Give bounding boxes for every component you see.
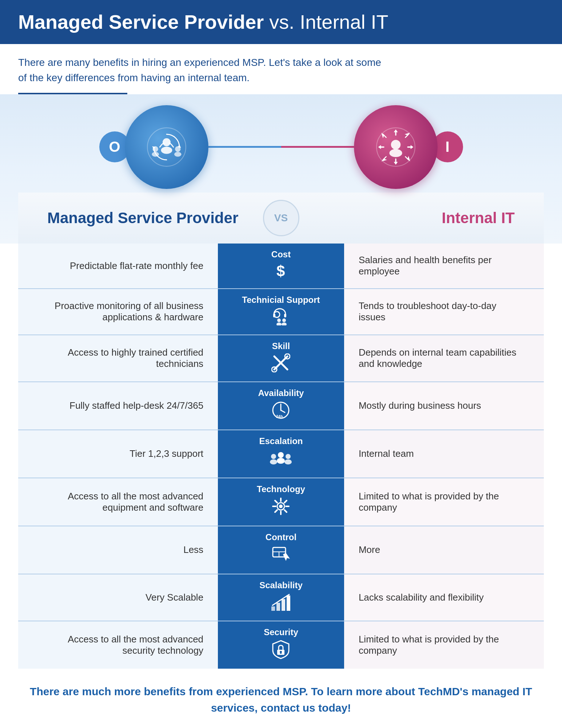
svg-point-43 bbox=[279, 505, 283, 508]
msp-cell: Access to highly trained certified techn… bbox=[18, 335, 218, 382]
internal-cell: Lacks scalability and flexibility bbox=[344, 574, 544, 621]
subtitle: There are many benefits in hiring an exp… bbox=[0, 44, 400, 89]
svg-point-39 bbox=[277, 458, 285, 464]
category-cell: Technicial Support bbox=[218, 289, 344, 335]
svg-rect-55 bbox=[271, 606, 275, 611]
svg-marker-18 bbox=[404, 132, 410, 135]
svg-rect-22 bbox=[273, 314, 275, 317]
svg-point-38 bbox=[278, 452, 284, 458]
table-row: Very Scalable Scalability bbox=[18, 574, 544, 621]
svg-marker-19 bbox=[381, 159, 387, 162]
category-cell: Scalability bbox=[218, 574, 344, 621]
table-row: Predictable flat-rate monthly fee Cost $… bbox=[18, 244, 544, 289]
svg-line-51 bbox=[275, 510, 277, 512]
svg-rect-57 bbox=[282, 599, 285, 611]
svg-rect-62 bbox=[280, 652, 282, 654]
connector-pink bbox=[281, 146, 354, 148]
category-cell: Security bbox=[218, 621, 344, 669]
msp-cell: Very Scalable bbox=[18, 574, 218, 621]
internal-cell: Limited to what is provided by the compa… bbox=[344, 478, 544, 526]
svg-point-27 bbox=[282, 323, 287, 325]
msp-cell: Predictable flat-rate monthly fee bbox=[18, 244, 218, 289]
internal-cell: Depends on internal team capabilities an… bbox=[344, 335, 544, 382]
svg-point-36 bbox=[271, 454, 276, 459]
table-row: Access to all the most advanced security… bbox=[18, 621, 544, 669]
msp-label: Managed Service Provider bbox=[47, 209, 263, 227]
table-row: Less Control bbox=[18, 526, 544, 574]
comparison-table-wrapper: Predictable flat-rate monthly fee Cost $… bbox=[0, 244, 562, 669]
internal-label: Internal IT bbox=[299, 209, 515, 227]
svg-point-1 bbox=[163, 138, 171, 146]
svg-point-41 bbox=[284, 459, 292, 464]
category-cell: Skill bbox=[218, 335, 344, 382]
svg-point-6 bbox=[174, 152, 181, 157]
comparison-table: Predictable flat-rate monthly fee Cost $… bbox=[18, 244, 544, 669]
msp-cell: Tier 1,2,3 support bbox=[18, 430, 218, 478]
svg-line-49 bbox=[284, 510, 287, 512]
table-row: Proactive monitoring of all business app… bbox=[18, 289, 544, 335]
svg-rect-58 bbox=[287, 596, 290, 611]
table-row: Access to all the most advanced equipmen… bbox=[18, 478, 544, 526]
svg-point-26 bbox=[282, 318, 286, 322]
svg-text:$: $ bbox=[276, 262, 285, 279]
internal-cell: Tends to troubleshoot day-to-day issues bbox=[344, 289, 544, 335]
msp-icon-group: O bbox=[99, 105, 208, 189]
svg-marker-14 bbox=[378, 145, 381, 149]
internal-cell: More bbox=[344, 526, 544, 574]
category-cell: Availability 24h bbox=[218, 382, 344, 430]
msp-circle-icon bbox=[147, 127, 187, 167]
category-cell: Escalation bbox=[218, 430, 344, 478]
svg-point-11 bbox=[389, 149, 402, 157]
svg-marker-12 bbox=[394, 129, 398, 132]
it-main-circle bbox=[354, 105, 438, 189]
msp-cell: Less bbox=[18, 526, 218, 574]
vs-badge: VS bbox=[263, 200, 299, 236]
table-row: Fully staffed help-desk 24/7/365 Availab… bbox=[18, 382, 544, 430]
svg-point-37 bbox=[270, 459, 277, 464]
svg-line-34 bbox=[281, 410, 285, 412]
svg-rect-23 bbox=[284, 314, 286, 317]
msp-cell: Fully staffed help-desk 24/7/365 bbox=[18, 382, 218, 430]
svg-point-2 bbox=[161, 147, 172, 154]
hero-section: O bbox=[0, 94, 562, 244]
msp-cell: Access to all the most advanced equipmen… bbox=[18, 478, 218, 526]
connector-blue bbox=[208, 146, 281, 148]
svg-point-10 bbox=[391, 140, 400, 149]
svg-line-48 bbox=[275, 500, 277, 503]
page-title: Managed Service Provider vs. Internal IT bbox=[18, 10, 544, 34]
internal-cell: Limited to what is provided by the compa… bbox=[344, 621, 544, 669]
msp-main-circle bbox=[125, 105, 208, 189]
hero-visual: O bbox=[18, 105, 544, 193]
labels-row: Managed Service Provider VS Internal IT bbox=[18, 193, 544, 244]
svg-point-40 bbox=[286, 454, 291, 459]
svg-marker-15 bbox=[410, 145, 413, 149]
category-cell: Technology bbox=[218, 478, 344, 526]
msp-cell: Access to all the most advanced security… bbox=[18, 621, 218, 669]
category-cell: Cost $ bbox=[218, 244, 344, 289]
svg-marker-17 bbox=[407, 156, 410, 161]
svg-point-25 bbox=[276, 323, 282, 325]
svg-marker-16 bbox=[381, 132, 384, 138]
svg-point-24 bbox=[277, 318, 281, 322]
internal-cell: Internal team bbox=[344, 430, 544, 478]
header: Managed Service Provider vs. Internal IT bbox=[0, 0, 562, 44]
category-cell: Control bbox=[218, 526, 344, 574]
table-row: Tier 1,2,3 support Escalation bbox=[18, 430, 544, 478]
internal-cell: Mostly during business hours bbox=[344, 382, 544, 430]
msp-cell: Proactive monitoring of all business app… bbox=[18, 289, 218, 335]
table-row: Access to highly trained certified techn… bbox=[18, 335, 544, 382]
it-icon-group: I bbox=[354, 105, 463, 189]
footer-callout: There are much more benefits from experi… bbox=[0, 669, 562, 728]
svg-text:24h: 24h bbox=[276, 414, 283, 419]
svg-marker-13 bbox=[394, 162, 398, 165]
internal-cell: Salaries and health benefits per employe… bbox=[344, 244, 544, 289]
svg-rect-56 bbox=[276, 603, 280, 611]
it-circle-icon bbox=[376, 127, 416, 167]
svg-line-50 bbox=[284, 500, 287, 503]
